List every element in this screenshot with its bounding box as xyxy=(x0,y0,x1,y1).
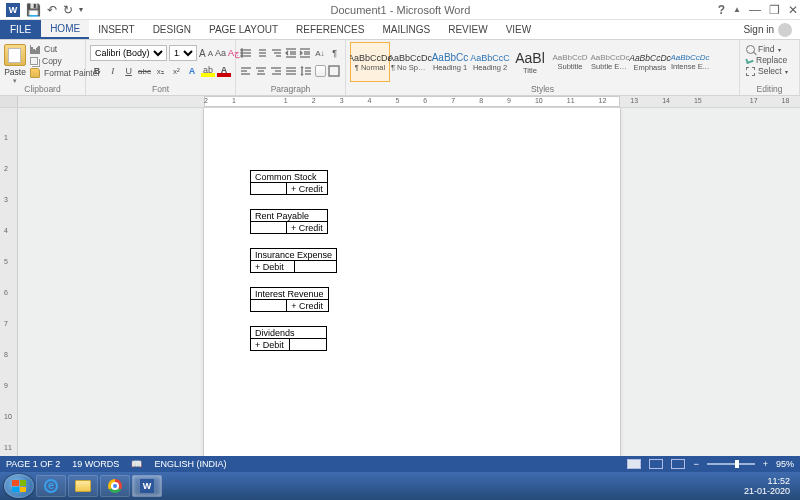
style--no-spac-[interactable]: AaBbCcDc¶ No Spac... xyxy=(390,42,430,82)
shading-button[interactable] xyxy=(315,65,326,77)
word-count[interactable]: 19 WORDS xyxy=(72,459,119,469)
find-icon xyxy=(746,45,755,54)
t-account[interactable]: Insurance Expense+ Debit xyxy=(250,248,620,273)
superscript-button[interactable]: x² xyxy=(169,64,183,78)
borders-button[interactable] xyxy=(328,64,341,78)
file-tab[interactable]: FILE xyxy=(0,20,41,39)
find-button[interactable]: Find ▾ xyxy=(746,44,788,54)
align-left-button[interactable] xyxy=(240,64,253,78)
word-icon: W xyxy=(140,479,154,493)
page-status[interactable]: PAGE 1 OF 2 xyxy=(6,459,60,469)
tab-design[interactable]: DESIGN xyxy=(144,20,200,39)
bullets-button[interactable] xyxy=(240,46,253,60)
t-account[interactable]: Interest Revenue+ Credit xyxy=(250,287,620,312)
cut-icon xyxy=(30,44,40,54)
tab-view[interactable]: VIEW xyxy=(497,20,541,39)
styles-gallery[interactable]: AaBbCcDc¶ NormalAaBbCcDc¶ No Spac...AaBb… xyxy=(350,42,710,82)
tab-mailings[interactable]: MAILINGS xyxy=(373,20,439,39)
style-heading-2[interactable]: AaBbCcCHeading 2 xyxy=(470,42,510,82)
style-heading-1[interactable]: AaBbCcHeading 1 xyxy=(430,42,470,82)
increase-indent-button[interactable] xyxy=(299,46,312,60)
zoom-slider[interactable] xyxy=(707,463,755,465)
style-subtitle[interactable]: AaBbCcDSubtitle xyxy=(550,42,590,82)
page-area[interactable]: Common Stock+ CreditRent Payable+ Credit… xyxy=(18,108,800,470)
change-case-button[interactable]: Aa xyxy=(215,46,226,60)
qat-dropdown-icon[interactable]: ▾ xyxy=(79,5,83,14)
folder-icon xyxy=(75,480,91,492)
grow-font-button[interactable]: A xyxy=(199,46,206,60)
bold-button[interactable]: B xyxy=(90,64,104,78)
group-clipboard: Paste ▾ Cut Copy Format Painter Clipboar… xyxy=(0,40,86,95)
close-button[interactable]: ✕ xyxy=(788,3,798,17)
help-icon[interactable]: ? xyxy=(718,3,725,17)
title-bar: W 💾 ↶ ↻ ▾ Document1 - Microsoft Word ? ▲… xyxy=(0,0,800,20)
replace-button[interactable]: Replace xyxy=(746,55,788,65)
sign-in-label: Sign in xyxy=(743,24,774,35)
text-effects-button[interactable]: A xyxy=(185,64,199,78)
style-title[interactable]: AaBlTitle xyxy=(510,42,550,82)
language-status[interactable]: ENGLISH (INDIA) xyxy=(154,459,226,469)
undo-icon[interactable]: ↶ xyxy=(47,3,57,17)
taskbar: W 11:52 21-01-2020 xyxy=(0,472,800,500)
minimize-button[interactable]: — xyxy=(749,3,761,17)
read-mode-view-button[interactable] xyxy=(649,459,663,469)
zoom-level[interactable]: 95% xyxy=(776,459,794,469)
tab-insert[interactable]: INSERT xyxy=(89,20,144,39)
sort-button[interactable]: A↓ xyxy=(314,46,327,60)
start-button[interactable] xyxy=(4,474,34,498)
subscript-button[interactable]: x₂ xyxy=(153,64,167,78)
group-label-editing: Editing xyxy=(740,84,799,94)
show-marks-button[interactable]: ¶ xyxy=(328,46,341,60)
strikethrough-button[interactable]: abc xyxy=(138,64,152,78)
line-spacing-button[interactable] xyxy=(300,64,313,78)
group-label-paragraph: Paragraph xyxy=(236,84,345,94)
italic-button[interactable]: I xyxy=(106,64,120,78)
web-layout-view-button[interactable] xyxy=(671,459,685,469)
underline-button[interactable]: U xyxy=(122,64,136,78)
style--normal[interactable]: AaBbCcDc¶ Normal xyxy=(350,42,390,82)
zoom-in-button[interactable]: + xyxy=(763,459,768,469)
zoom-out-button[interactable]: − xyxy=(693,459,698,469)
taskbar-word[interactable]: W xyxy=(132,475,162,497)
sign-in[interactable]: Sign in xyxy=(735,20,800,39)
tab-references[interactable]: REFERENCES xyxy=(287,20,373,39)
style-intense-e-[interactable]: AaBbCcDcIntense E... xyxy=(670,42,710,82)
redo-icon[interactable]: ↻ xyxy=(63,3,73,17)
taskbar-explorer[interactable] xyxy=(68,475,98,497)
window-controls: ? ▲ — ❐ ✕ xyxy=(718,3,798,17)
svg-rect-35 xyxy=(329,66,339,76)
multilevel-list-button[interactable] xyxy=(269,46,282,60)
taskbar-ie[interactable] xyxy=(36,475,66,497)
justify-button[interactable] xyxy=(285,64,298,78)
style-subtle-em-[interactable]: AaBbCcDcSubtle Em... xyxy=(590,42,630,82)
shrink-font-button[interactable]: A xyxy=(208,46,213,60)
font-size-select[interactable]: 11 xyxy=(169,45,197,61)
highlight-color-button[interactable]: ab xyxy=(201,65,215,77)
font-color-button[interactable]: A xyxy=(217,65,231,77)
group-editing: Find ▾ Replace Select ▾ Editing xyxy=(740,40,800,95)
decrease-indent-button[interactable] xyxy=(284,46,297,60)
numbering-button[interactable] xyxy=(255,46,268,60)
print-layout-view-button[interactable] xyxy=(627,459,641,469)
align-center-button[interactable] xyxy=(255,64,268,78)
system-tray[interactable]: 11:52 21-01-2020 xyxy=(744,476,796,496)
svg-point-0 xyxy=(241,49,243,51)
document-page: Common Stock+ CreditRent Payable+ Credit… xyxy=(204,108,620,470)
select-button[interactable]: Select ▾ xyxy=(746,66,788,76)
t-account[interactable]: Rent Payable+ Credit xyxy=(250,209,620,234)
t-account[interactable]: Common Stock+ Credit xyxy=(250,170,620,195)
proofing-icon[interactable]: 📖 xyxy=(131,459,142,469)
save-icon[interactable]: 💾 xyxy=(26,3,41,17)
replace-icon xyxy=(745,56,753,63)
paste-icon xyxy=(4,44,26,66)
tab-page-layout[interactable]: PAGE LAYOUT xyxy=(200,20,287,39)
taskbar-chrome[interactable] xyxy=(100,475,130,497)
style-emphasis[interactable]: AaBbCcDcEmphasis xyxy=(630,42,670,82)
tab-review[interactable]: REVIEW xyxy=(439,20,496,39)
align-right-button[interactable] xyxy=(270,64,283,78)
font-family-select[interactable]: Calibri (Body) xyxy=(90,45,167,61)
ribbon-collapse-icon[interactable]: ▲ xyxy=(733,5,741,14)
restore-button[interactable]: ❐ xyxy=(769,3,780,17)
tab-home[interactable]: HOME xyxy=(41,20,89,39)
t-account[interactable]: Dividends+ Debit xyxy=(250,326,620,351)
